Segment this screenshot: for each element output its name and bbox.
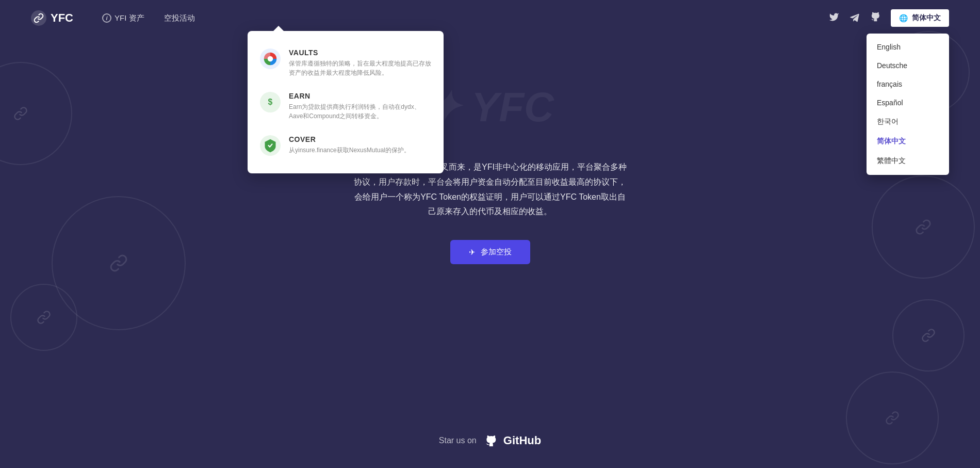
lang-flag: 🌐 bbox=[899, 14, 908, 22]
lang-option-korean[interactable]: 한국어 bbox=[867, 112, 949, 132]
bg-circle-7 bbox=[892, 299, 965, 372]
nav-yfi-assets[interactable]: i YFI 资产 bbox=[94, 9, 153, 27]
nav-right: 🌐 简体中文 bbox=[829, 9, 949, 27]
vaults-icon bbox=[260, 49, 281, 69]
svg-text:$: $ bbox=[268, 98, 273, 106]
airdrop-icon: ✈ bbox=[469, 248, 476, 257]
airdrop-button[interactable]: ✈ 参加空投 bbox=[450, 240, 530, 264]
cover-description: 从yinsure.finance获取NexusMutual的保护。 bbox=[289, 146, 410, 155]
vaults-title: VAULTS bbox=[289, 49, 431, 57]
cover-icon bbox=[260, 135, 281, 156]
nav-links: i YFI 资产 空投活动 bbox=[94, 9, 829, 27]
nav-yfi-assets-label: YFI 资产 bbox=[115, 13, 144, 23]
main-content: ✦ YFC YFC是经YFI技术独立分叉而来，是YFI非中心化的移动应用，平台聚… bbox=[0, 36, 980, 264]
lang-option-simplified-chinese[interactable]: 简体中文 bbox=[867, 132, 949, 151]
dropdown-cover[interactable]: COVER 从yinsure.finance获取NexusMutual的保护。 bbox=[248, 128, 444, 163]
lang-option-espanol[interactable]: Español bbox=[867, 93, 949, 112]
svg-text:✦ YFC: ✦ YFC bbox=[426, 84, 554, 130]
telegram-icon[interactable] bbox=[850, 12, 860, 25]
earn-content: EARN Earn为贷款提供商执行利润转换，自动在dydx、Aave和Compo… bbox=[289, 92, 431, 121]
navbar: YFC i YFI 资产 空投活动 bbox=[0, 0, 980, 36]
cover-title: COVER bbox=[289, 135, 410, 143]
bg-circle-2 bbox=[10, 284, 77, 351]
footer-github-label[interactable]: GitHub bbox=[485, 434, 541, 447]
dropdown-arrow bbox=[273, 26, 284, 31]
dropdown-vaults[interactable]: VAULTS 保管库遵循独特的策略，旨在最大程度地提高已存放资产的收益并最大程度… bbox=[248, 41, 444, 85]
earn-description: Earn为贷款提供商执行利润转换，自动在dydx、Aave和Compound之间… bbox=[289, 102, 431, 121]
twitter-icon[interactable] bbox=[829, 12, 839, 25]
earn-icon: $ bbox=[260, 92, 281, 112]
nav-airdrop-label: 空投活动 bbox=[164, 13, 195, 23]
airdrop-label: 参加空投 bbox=[481, 247, 512, 257]
logo[interactable]: YFC bbox=[31, 10, 73, 26]
dropdown-earn[interactable]: $ EARN Earn为贷款提供商执行利润转换，自动在dydx、Aave和Com… bbox=[248, 85, 444, 128]
nav-airdrop[interactable]: 空投活动 bbox=[156, 9, 203, 27]
yfi-assets-dropdown: VAULTS 保管库遵循独特的策略，旨在最大程度地提高已存放资产的收益并最大程度… bbox=[248, 31, 444, 173]
lang-option-english[interactable]: English bbox=[867, 38, 949, 56]
language-button[interactable]: 🌐 简体中文 bbox=[891, 9, 949, 27]
lang-option-traditional-chinese[interactable]: 繁體中文 bbox=[867, 151, 949, 171]
earn-title: EARN bbox=[289, 92, 431, 100]
footer-star-text: Star us on bbox=[439, 436, 477, 445]
github-nav-icon[interactable] bbox=[870, 12, 880, 25]
lang-option-deutsche[interactable]: Deutsche bbox=[867, 56, 949, 75]
vaults-content: VAULTS 保管库遵循独特的策略，旨在最大程度地提高已存放资产的收益并最大程度… bbox=[289, 49, 431, 77]
language-dropdown: English Deutsche français Español 한국어 简体… bbox=[867, 34, 949, 175]
current-language-label: 简体中文 bbox=[912, 13, 941, 23]
logo-text: YFC bbox=[51, 11, 73, 25]
lang-option-francais[interactable]: français bbox=[867, 75, 949, 93]
logo-icon bbox=[31, 10, 46, 26]
github-text: GitHub bbox=[503, 434, 541, 447]
cover-content: COVER 从yinsure.finance获取NexusMutual的保护。 bbox=[289, 135, 410, 155]
bg-circle-8 bbox=[846, 372, 939, 464]
footer: Star us on GitHub bbox=[439, 434, 541, 447]
svg-point-1 bbox=[268, 56, 273, 62]
vaults-description: 保管库遵循独特的策略，旨在最大程度地提高已存放资产的收益并最大程度地降低风险。 bbox=[289, 59, 431, 77]
info-icon: i bbox=[102, 13, 111, 23]
